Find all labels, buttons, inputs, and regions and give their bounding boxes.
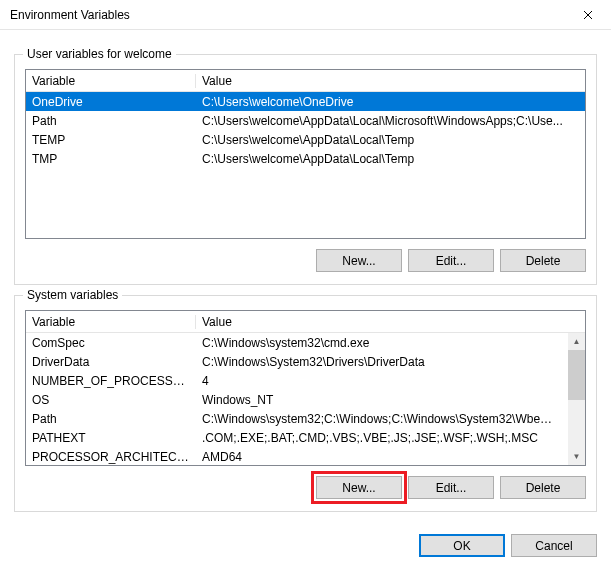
close-button[interactable] [565, 0, 611, 30]
row-value: C:\Users\welcome\OneDrive [196, 95, 585, 109]
system-table-header: Variable Value [26, 311, 585, 333]
user-header-variable[interactable]: Variable [26, 74, 196, 88]
row-variable: Path [26, 114, 196, 128]
row-value: C:\Users\welcome\AppData\Local\Temp [196, 152, 585, 166]
system-variables-group: System variables Variable Value ComSpecC… [14, 295, 597, 512]
system-header-value[interactable]: Value [196, 315, 585, 329]
system-variables-table[interactable]: Variable Value ComSpecC:\Windows\system3… [25, 310, 586, 466]
table-row[interactable]: OSWindows_NT [26, 390, 568, 409]
user-header-value[interactable]: Value [196, 74, 585, 88]
row-variable: NUMBER_OF_PROCESSORS [26, 374, 196, 388]
row-variable: TEMP [26, 133, 196, 147]
row-variable: ComSpec [26, 336, 196, 350]
row-value: C:\Windows\system32;C:\Windows;C:\Window… [196, 412, 568, 426]
scroll-thumb[interactable] [568, 350, 585, 400]
table-row[interactable]: OneDriveC:\Users\welcome\OneDrive [26, 92, 585, 111]
user-table-header: Variable Value [26, 70, 585, 92]
dialog-button-row: OK Cancel [0, 522, 611, 557]
row-variable: DriverData [26, 355, 196, 369]
user-variables-table[interactable]: Variable Value OneDriveC:\Users\welcome\… [25, 69, 586, 239]
system-delete-button[interactable]: Delete [500, 476, 586, 499]
table-row[interactable]: TMPC:\Users\welcome\AppData\Local\Temp [26, 149, 585, 168]
user-edit-button[interactable]: Edit... [408, 249, 494, 272]
system-new-button[interactable]: New... [316, 476, 402, 499]
cancel-button[interactable]: Cancel [511, 534, 597, 557]
table-row[interactable]: TEMPC:\Users\welcome\AppData\Local\Temp [26, 130, 585, 149]
scroll-up-icon[interactable]: ▲ [568, 333, 585, 350]
scroll-down-icon[interactable]: ▼ [568, 448, 585, 465]
user-new-button[interactable]: New... [316, 249, 402, 272]
user-group-label: User variables for welcome [23, 47, 176, 61]
system-header-variable[interactable]: Variable [26, 315, 196, 329]
row-value: C:\Users\welcome\AppData\Local\Microsoft… [196, 114, 585, 128]
row-value: C:\Windows\System32\Drivers\DriverData [196, 355, 568, 369]
row-value: Windows_NT [196, 393, 568, 407]
titlebar: Environment Variables [0, 0, 611, 30]
system-scrollbar[interactable]: ▲ ▼ [568, 333, 585, 465]
user-variables-group: User variables for welcome Variable Valu… [14, 54, 597, 285]
table-row[interactable]: PATHEXT.COM;.EXE;.BAT;.CMD;.VBS;.VBE;.JS… [26, 428, 568, 447]
row-value: AMD64 [196, 450, 568, 464]
row-variable: OneDrive [26, 95, 196, 109]
row-value: C:\Windows\system32\cmd.exe [196, 336, 568, 350]
row-variable: PROCESSOR_ARCHITECTURE [26, 450, 196, 464]
table-row[interactable]: NUMBER_OF_PROCESSORS4 [26, 371, 568, 390]
row-variable: OS [26, 393, 196, 407]
table-row[interactable]: ComSpecC:\Windows\system32\cmd.exe [26, 333, 568, 352]
table-row[interactable]: PathC:\Users\welcome\AppData\Local\Micro… [26, 111, 585, 130]
window-title: Environment Variables [10, 8, 130, 22]
system-button-row: New... Edit... Delete [25, 476, 586, 499]
row-variable: PATHEXT [26, 431, 196, 445]
user-button-row: New... Edit... Delete [25, 249, 586, 272]
row-value: C:\Users\welcome\AppData\Local\Temp [196, 133, 585, 147]
table-row[interactable]: PROCESSOR_ARCHITECTUREAMD64 [26, 447, 568, 466]
row-value: 4 [196, 374, 568, 388]
row-value: .COM;.EXE;.BAT;.CMD;.VBS;.VBE;.JS;.JSE;.… [196, 431, 568, 445]
row-variable: Path [26, 412, 196, 426]
system-group-label: System variables [23, 288, 122, 302]
table-row[interactable]: PathC:\Windows\system32;C:\Windows;C:\Wi… [26, 409, 568, 428]
table-row[interactable]: DriverDataC:\Windows\System32\Drivers\Dr… [26, 352, 568, 371]
ok-button[interactable]: OK [419, 534, 505, 557]
system-edit-button[interactable]: Edit... [408, 476, 494, 499]
row-variable: TMP [26, 152, 196, 166]
user-delete-button[interactable]: Delete [500, 249, 586, 272]
close-icon [583, 10, 593, 20]
